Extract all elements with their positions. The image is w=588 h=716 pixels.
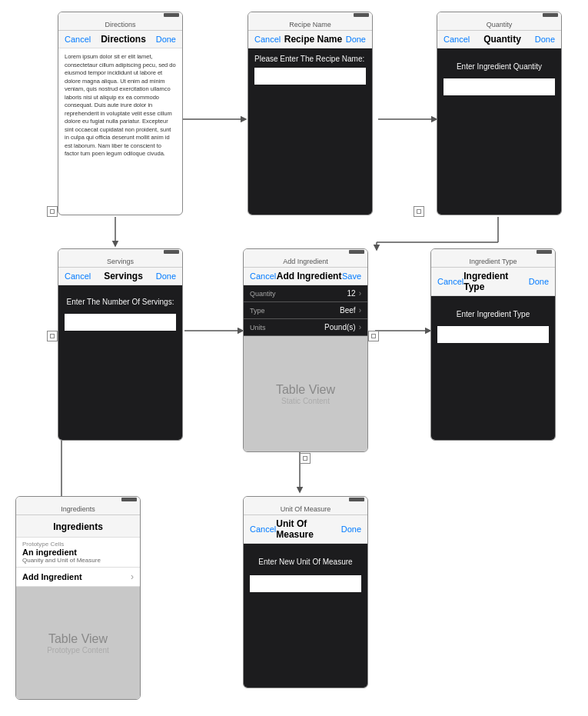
- cancel-button[interactable]: Cancel: [65, 271, 91, 281]
- done-button[interactable]: Done: [346, 35, 366, 44]
- phone-title: Ingredient Type: [431, 255, 555, 268]
- prototype-cell: Prototype Cells An ingredient Quanity an…: [16, 538, 140, 568]
- phone-title: Quantity: [437, 18, 561, 31]
- type-label: Type: [250, 307, 265, 315]
- ingredient-type-prompt: Enter Ingredient Type: [437, 302, 549, 323]
- quantity-input[interactable]: [443, 78, 555, 95]
- cancel-button[interactable]: Cancel: [65, 35, 91, 44]
- table-view-placeholder: Table View Static Content: [244, 336, 367, 451]
- add-ingredient-table: Quantity 12 › Type Beef › Units Pound(s)…: [244, 285, 367, 336]
- status-indicator: [537, 250, 552, 254]
- status-indicator: [164, 250, 179, 254]
- done-button[interactable]: Done: [341, 525, 361, 534]
- servings-body: Enter The Number Of Servings:: [58, 285, 182, 440]
- nav-title: Directions: [101, 34, 146, 45]
- quantity-body: Enter Ingredient Quantity: [437, 48, 561, 215]
- nav-bar: Cancel Recipe Name Done: [248, 31, 372, 48]
- status-indicator: [121, 498, 137, 501]
- add-ingredient-row[interactable]: Add Ingredient ›: [16, 568, 140, 587]
- recipe-name-body: Please Enter The Recipe Name:: [248, 48, 372, 215]
- cell-title: An ingredient: [22, 548, 134, 557]
- ingredient-type-body: Enter Ingredient Type: [431, 296, 555, 440]
- connector-left-directions: [47, 206, 58, 217]
- table-view-placeholder: Table View Prototype Content: [16, 587, 140, 699]
- unit-input[interactable]: [250, 575, 361, 592]
- phone-title: Unit Of Measure: [244, 502, 367, 515]
- units-label: Units: [250, 324, 266, 331]
- save-button[interactable]: Save: [342, 271, 361, 281]
- chevron-icon: ›: [131, 571, 134, 582]
- nav-bar: Cancel Servings Done: [58, 268, 182, 285]
- units-value: Pound(s): [324, 323, 356, 331]
- table-view-title: Table View: [48, 632, 108, 646]
- nav-bar: Cancel Add Ingredient Save: [244, 268, 367, 285]
- status-bar: [431, 249, 555, 255]
- done-button[interactable]: Done: [529, 277, 549, 286]
- cancel-button[interactable]: Cancel: [254, 35, 281, 44]
- ingredients-list-phone: Ingredients Ingredients Prototype Cells …: [15, 496, 141, 700]
- done-button[interactable]: Done: [156, 35, 176, 44]
- quantity-phone: Quantity Cancel Quantity Done Enter Ingr…: [437, 12, 562, 215]
- type-value: Beef: [340, 306, 356, 315]
- phone-title: Servings: [58, 255, 182, 268]
- status-indicator: [349, 250, 364, 254]
- directions-phone: Directions Cancel Directions Done Lorem …: [58, 12, 183, 215]
- table-view-title: Table View: [276, 383, 335, 397]
- chevron-icon: ›: [359, 306, 361, 315]
- status-bar: [244, 249, 367, 255]
- table-row-units[interactable]: Units Pound(s) ›: [244, 319, 367, 336]
- phone-title: Add Ingredient: [244, 255, 367, 268]
- phone-title: Recipe Name: [248, 18, 372, 31]
- chevron-icon: ›: [359, 323, 361, 331]
- prototype-label: Prototype Cells: [22, 541, 134, 548]
- status-bar: [16, 497, 140, 502]
- status-bar: [58, 12, 182, 18]
- chevron-icon: ›: [359, 289, 361, 298]
- status-indicator: [543, 13, 558, 17]
- nav-bar: Cancel Ingredient Type Done: [431, 268, 555, 296]
- cancel-button[interactable]: Cancel: [443, 35, 470, 44]
- cancel-button[interactable]: Cancel: [437, 277, 463, 286]
- ingredient-type-input[interactable]: [437, 326, 549, 343]
- nav-bar: Cancel Unit Of Measure Done: [244, 515, 367, 544]
- nav-bar: Cancel Directions Done: [58, 31, 182, 48]
- quantity-label: Quantity: [250, 290, 276, 298]
- connector-bottom-add-ingredient: [300, 453, 311, 464]
- cancel-button[interactable]: Cancel: [250, 271, 276, 281]
- ingredient-type-phone: Ingredient Type Cancel Ingredient Type D…: [430, 248, 556, 441]
- unit-of-measure-body: Enter New Unit Of Measure: [244, 544, 367, 688]
- done-button[interactable]: Done: [535, 35, 555, 44]
- servings-prompt: Enter The Number Of Servings:: [65, 291, 176, 311]
- unit-prompt: Enter New Unit Of Measure: [250, 550, 361, 572]
- ingredients-nav-title: Ingredients: [53, 521, 103, 532]
- servings-phone: Servings Cancel Servings Done Enter The …: [58, 248, 183, 441]
- connector-right-add-ingredient: [368, 331, 379, 341]
- add-ingredient-label: Add Ingredient: [22, 572, 82, 581]
- nav-title: Add Ingredient: [277, 271, 342, 281]
- cancel-button[interactable]: Cancel: [250, 525, 276, 534]
- connector-left-servings: [47, 331, 58, 341]
- done-button[interactable]: Done: [156, 271, 176, 281]
- phone-title: Directions: [58, 18, 182, 31]
- nav-bar: Cancel Quantity Done: [437, 31, 561, 48]
- servings-input[interactable]: [65, 314, 176, 331]
- status-bar: [58, 249, 182, 255]
- status-bar: [244, 497, 367, 502]
- quantity-value: 12: [347, 289, 356, 298]
- status-bar: [248, 12, 372, 18]
- recipe-name-prompt: Please Enter The Recipe Name:: [254, 55, 366, 63]
- connector-right-quantity: [414, 206, 424, 217]
- recipe-name-input[interactable]: [254, 68, 366, 85]
- nav-title: Servings: [104, 271, 143, 281]
- nav-title: Ingredient Type: [463, 271, 528, 292]
- table-view-subtitle: Static Content: [281, 397, 330, 405]
- unit-of-measure-phone: Unit Of Measure Cancel Unit Of Measure D…: [243, 496, 368, 688]
- status-indicator: [164, 13, 179, 17]
- table-view-subtitle: Prototype Content: [47, 646, 109, 654]
- table-row-type[interactable]: Type Beef ›: [244, 302, 367, 319]
- quantity-prompt: Enter Ingredient Quantity: [443, 55, 555, 75]
- directions-body: Lorem ipsum dolor sit er elit lamet, con…: [58, 48, 182, 163]
- table-row-quantity[interactable]: Quantity 12 ›: [244, 285, 367, 302]
- add-ingredient-phone: Add Ingredient Cancel Add Ingredient Sav…: [243, 248, 368, 452]
- recipe-name-phone: Recipe Name Cancel Recipe Name Done Plea…: [247, 12, 373, 215]
